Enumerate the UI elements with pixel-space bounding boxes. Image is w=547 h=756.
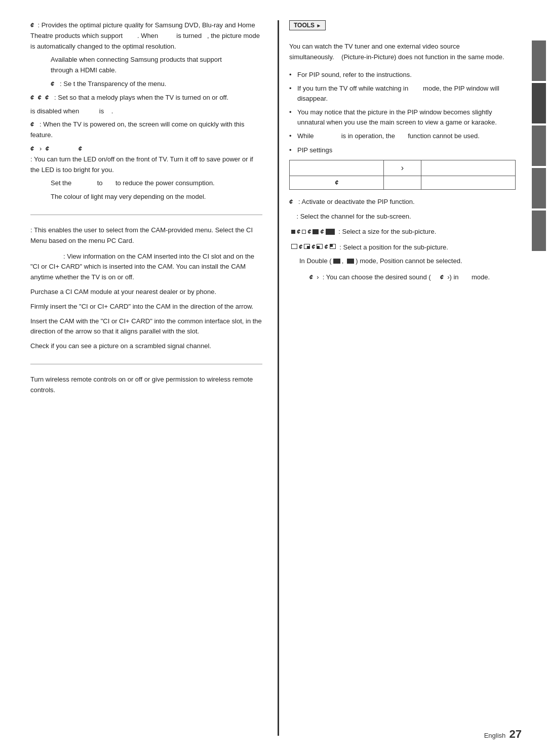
pip-table: › ¢ <box>289 160 516 190</box>
size-icon-small-outline <box>302 230 306 234</box>
pos-icon-4 <box>330 244 336 249</box>
pip-note-1: ¢ : Activate or deactivate the PIP funct… <box>289 196 516 207</box>
pip-intro: You can watch the TV tuner and one exter… <box>289 41 516 63</box>
pip-table-cell-1-3 <box>421 160 516 176</box>
ci-para-1: : This enables the user to select from t… <box>30 225 262 246</box>
display-para-1: ¢ : Provides the optimal picture quality… <box>30 20 262 52</box>
double-icon-1 <box>333 259 340 264</box>
pos-icon-2 <box>304 244 310 249</box>
pip-note-4: ¢ ¢ ¢ : Select a position for the sub-pi… <box>289 241 516 253</box>
ci-para-6: Check if you can see a picture on a scra… <box>30 341 262 352</box>
display-para-2: Available when connecting Samsung produc… <box>30 55 262 76</box>
page-footer: English 27 <box>484 728 522 741</box>
right-column: TOOLS ► You can watch the TV tuner and o… <box>278 20 516 736</box>
size-icon-small <box>291 230 295 234</box>
sidebar-tab-4 <box>532 168 546 208</box>
pip-table-row-1: › <box>290 160 516 176</box>
page-number: 27 <box>510 728 522 740</box>
page: ¢ : Provides the optimal picture quality… <box>0 0 547 756</box>
pip-bullet-list: For PIP sound, refer to the instructions… <box>289 70 516 155</box>
tools-label: TOOLS <box>294 22 315 29</box>
double-icon-2 <box>347 259 354 264</box>
display-para-8: Set the to to reduce the power consumpti… <box>30 178 262 189</box>
display-para-7: ¢ › ¢ ¢ : You can turn the LED on/off on… <box>30 144 262 175</box>
sidebar-tab-5 <box>532 211 546 251</box>
ci-para-2: : View information on the CAM inserted i… <box>30 251 262 283</box>
tools-section: TOOLS ► <box>289 20 516 35</box>
pip-table-cell-1-1 <box>290 160 384 176</box>
divider-2 <box>30 364 262 364</box>
pos-icon-3 <box>317 244 323 249</box>
display-para-4: ¢ ¢ ¢ : Set so that a melody plays when … <box>30 93 262 103</box>
size-icon-large <box>326 229 335 235</box>
pos-icon-1 <box>291 244 297 249</box>
tools-arrow-icon: ► <box>316 23 321 28</box>
pip-bullet-1: For PIP sound, refer to the instructions… <box>289 70 516 80</box>
sidebar-tab-1 <box>532 40 546 81</box>
section-display-settings: ¢ : Provides the optimal picture quality… <box>30 20 262 202</box>
pip-bullet-2: If you turn the TV off while watching in… <box>289 83 516 103</box>
sidebar-tab-3 <box>532 125 546 166</box>
pip-note-5: In Double ( , ) mode, Position cannot be… <box>289 256 516 267</box>
pip-table-cell-2-2 <box>384 176 421 190</box>
ci-para-5: Insert the CAM with the "CI or CI+ CARD"… <box>30 316 262 338</box>
pip-bullet-5: PIP settings <box>289 145 516 155</box>
left-column: ¢ : Provides the optimal picture quality… <box>30 20 262 736</box>
size-icon-medium <box>312 229 319 234</box>
tools-button: TOOLS ► <box>289 20 326 30</box>
sidebar-tabs <box>531 0 547 756</box>
pip-bullet-3: You may notice that the picture in the P… <box>289 107 516 127</box>
display-para-5: is disabled when is . <box>30 106 262 117</box>
display-para-9: The colour of light may very depending o… <box>30 192 262 202</box>
pip-note-6: ¢ › : You can choose the desired sound (… <box>289 271 516 283</box>
ci-para-4: Firmly insert the "CI or CI+ CARD" into … <box>30 302 262 312</box>
language-label: English <box>484 732 506 739</box>
pip-note-3: ¢ ¢ ¢ : Select a size for the sub-pictur… <box>289 226 516 238</box>
wireless-para: Turn wireless remote controls on or off … <box>30 374 262 396</box>
pip-note-2: : Select the channel for the sub-screen. <box>289 211 516 222</box>
divider-1 <box>30 215 262 215</box>
pip-table-cell-2-3 <box>421 176 516 190</box>
section-ci: : This enables the user to select from t… <box>30 225 262 352</box>
pip-table-cell-1-2: › <box>384 160 421 176</box>
section-wireless: Turn wireless remote controls on or off … <box>30 374 262 396</box>
display-para-3: ¢ : Se t the Transparency of the menu. <box>30 79 262 90</box>
pip-bullet-4: While is in operation, the function cann… <box>289 131 516 141</box>
pip-table-cell-2-1: ¢ <box>290 176 384 190</box>
main-content: ¢ : Provides the optimal picture quality… <box>0 0 531 756</box>
display-para-6: ¢ : When the TV is powered on, the scree… <box>30 119 262 141</box>
ci-para-3: Purchase a CI CAM module at your nearest… <box>30 287 262 298</box>
pip-table-row-2: ¢ <box>290 176 516 190</box>
sidebar-tab-2 <box>532 83 546 123</box>
